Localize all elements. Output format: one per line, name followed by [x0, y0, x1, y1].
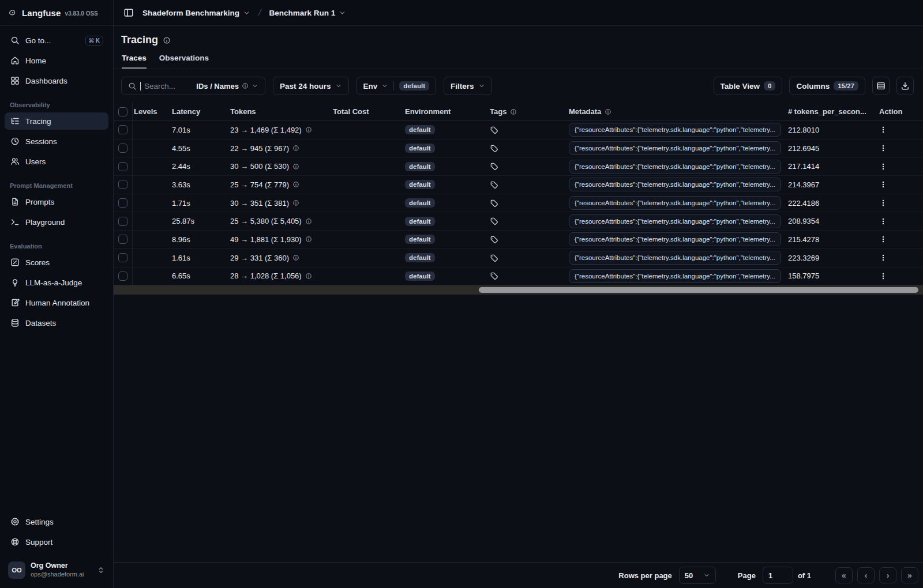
select-all-checkbox[interactable] — [118, 107, 127, 116]
metadata-pill[interactable]: {"resourceAttributes":{"telemetry.sdk.la… — [569, 141, 781, 155]
row-checkbox[interactable] — [118, 125, 127, 134]
user-menu[interactable]: OO Org Owner ops@shadeform.ai — [5, 558, 108, 582]
row-actions-menu[interactable] — [879, 125, 887, 134]
tab-observations[interactable]: Observations — [159, 54, 209, 69]
header-latency[interactable]: Latency — [170, 107, 226, 116]
table-row[interactable]: 2.44s 30 → 500 (Σ 530) default {"resourc… — [114, 157, 923, 176]
time-range-button[interactable]: Past 24 hours — [273, 77, 349, 95]
search-mode-dropdown[interactable]: IDs / Names — [196, 82, 258, 91]
table-row[interactable]: 25.87s 25 → 5,380 (Σ 5,405) default {"re… — [114, 212, 923, 231]
row-actions-menu[interactable] — [879, 217, 887, 226]
sidebar-item-prompts[interactable]: Prompts — [5, 193, 108, 210]
sidebar-toggle-button[interactable] — [121, 5, 137, 21]
info-icon[interactable] — [292, 145, 299, 152]
row-checkbox[interactable] — [118, 217, 127, 226]
row-checkbox[interactable] — [118, 162, 127, 171]
table-row[interactable]: 7.01s 23 → 1,469 (Σ 1,492) default {"res… — [114, 121, 923, 140]
last-page-button[interactable]: » — [901, 567, 918, 583]
info-icon[interactable] — [292, 163, 299, 170]
sidebar-item-tracing[interactable]: Tracing — [5, 112, 108, 130]
tag-icon[interactable] — [490, 162, 498, 171]
tag-icon[interactable] — [490, 180, 498, 189]
tag-icon[interactable] — [490, 217, 498, 225]
table-view-button[interactable]: Table View 0 — [714, 77, 783, 95]
info-icon[interactable] — [305, 236, 312, 243]
scrollbar-thumb[interactable] — [479, 287, 918, 293]
horizontal-scrollbar[interactable] — [114, 285, 923, 295]
tag-icon[interactable] — [490, 144, 498, 153]
metadata-pill[interactable]: {"resourceAttributes":{"telemetry.sdk.la… — [569, 269, 781, 283]
row-actions-menu[interactable] — [879, 235, 887, 244]
tag-icon[interactable] — [490, 254, 498, 262]
tag-icon[interactable] — [490, 235, 498, 244]
previous-page-button[interactable]: ‹ — [857, 567, 875, 583]
row-actions-menu[interactable] — [879, 144, 887, 153]
header-tokens[interactable]: Tokens — [226, 107, 328, 116]
metadata-pill[interactable]: {"resourceAttributes":{"telemetry.sdk.la… — [569, 160, 781, 174]
metadata-pill[interactable]: {"resourceAttributes":{"telemetry.sdk.la… — [569, 214, 781, 228]
search-input[interactable]: Search... IDs / Names — [121, 77, 265, 95]
row-height-button[interactable] — [872, 77, 890, 95]
header-levels[interactable]: Levels — [133, 107, 170, 116]
row-checkbox[interactable] — [118, 235, 127, 244]
info-icon[interactable] — [305, 218, 312, 225]
metadata-pill[interactable]: {"resourceAttributes":{"telemetry.sdk.la… — [569, 123, 781, 137]
rows-per-page-select[interactable]: 50 — [679, 567, 716, 584]
table-row[interactable]: 4.55s 22 → 945 (Σ 967) default {"resourc… — [114, 140, 923, 158]
metadata-pill[interactable]: {"resourceAttributes":{"telemetry.sdk.la… — [569, 178, 781, 191]
table-row[interactable]: 1.71s 30 → 351 (Σ 381) default {"resourc… — [114, 194, 923, 213]
page-number-input[interactable]: 1 — [763, 567, 793, 584]
metadata-pill[interactable]: {"resourceAttributes":{"telemetry.sdk.la… — [569, 251, 781, 265]
header-tags[interactable]: Tags — [485, 107, 564, 116]
row-checkbox[interactable] — [118, 144, 127, 153]
breadcrumb-project[interactable]: Benchmark Run 1 — [269, 9, 347, 17]
table-row[interactable]: 6.65s 28 → 1,028 (Σ 1,056) default {"res… — [114, 267, 923, 286]
filters-button[interactable]: Filters — [444, 77, 492, 95]
info-icon[interactable] — [292, 254, 299, 261]
env-filter-button[interactable]: Env default — [357, 77, 436, 95]
info-icon[interactable] — [292, 181, 299, 188]
info-icon[interactable] — [305, 126, 312, 133]
table-row[interactable]: 3.63s 25 → 754 (Σ 779) default {"resourc… — [114, 176, 923, 194]
row-checkbox[interactable] — [118, 253, 127, 262]
first-page-button[interactable]: « — [835, 567, 853, 583]
sidebar-item-human-annotation[interactable]: Human Annotation — [5, 294, 108, 311]
goto-search[interactable]: Go to... ⌘ K — [5, 32, 108, 49]
row-actions-menu[interactable] — [879, 162, 887, 171]
sidebar-item-playground[interactable]: Playground — [5, 213, 108, 231]
sidebar-item-support[interactable]: Support — [5, 533, 108, 551]
sidebar-item-settings[interactable]: Settings — [5, 513, 108, 530]
tag-icon[interactable] — [490, 199, 498, 208]
breadcrumb-org[interactable]: Shadeform Benchmarking — [142, 9, 250, 17]
columns-button[interactable]: Columns 15/27 — [789, 77, 865, 95]
sidebar-item-users[interactable]: Users — [5, 153, 108, 170]
row-actions-menu[interactable] — [879, 253, 887, 262]
table-row[interactable]: 8.96s 49 → 1,881 (Σ 1,930) default {"res… — [114, 231, 923, 249]
header-tokens-per-second[interactable]: # tokens_per_secon... — [783, 107, 871, 116]
tag-icon[interactable] — [490, 126, 498, 134]
row-actions-menu[interactable] — [879, 272, 887, 281]
metadata-pill[interactable]: {"resourceAttributes":{"telemetry.sdk.la… — [569, 196, 781, 210]
sidebar-item-dashboards[interactable]: Dashboards — [5, 72, 108, 89]
sidebar-item-home[interactable]: Home — [5, 52, 108, 69]
row-actions-menu[interactable] — [879, 180, 887, 189]
row-actions-menu[interactable] — [879, 198, 887, 208]
table-row[interactable]: 1.61s 29 → 331 (Σ 360) default {"resourc… — [114, 249, 923, 267]
info-icon[interactable] — [163, 36, 171, 44]
tab-traces[interactable]: Traces — [122, 54, 147, 69]
row-checkbox[interactable] — [118, 180, 127, 189]
info-icon[interactable] — [305, 273, 312, 280]
info-icon[interactable] — [292, 199, 299, 206]
row-checkbox[interactable] — [118, 198, 127, 208]
next-page-button[interactable]: › — [879, 567, 896, 583]
tag-icon[interactable] — [490, 272, 498, 280]
sidebar-item-llm-as-a-judge[interactable]: LLM-as-a-Judge — [5, 274, 108, 291]
header-metadata[interactable]: Metadata — [564, 107, 783, 116]
row-checkbox[interactable] — [118, 272, 127, 281]
header-environment[interactable]: Environment — [400, 107, 485, 116]
sidebar-item-datasets[interactable]: Datasets — [5, 314, 108, 331]
sidebar-item-sessions[interactable]: Sessions — [5, 133, 108, 150]
download-button[interactable] — [896, 77, 914, 95]
header-total-cost[interactable]: Total Cost — [328, 107, 400, 116]
sidebar-item-scores[interactable]: Scores — [5, 254, 108, 271]
